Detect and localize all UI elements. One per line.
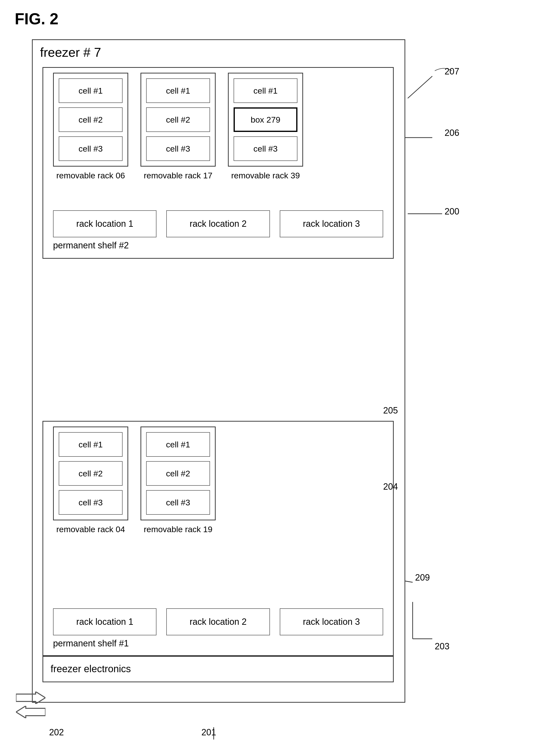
ref-202-label: 202: [49, 727, 64, 738]
freezer-label: freezer # 7: [40, 45, 101, 60]
ref-209-label: 209: [415, 573, 430, 583]
shelf2-name: permanent shelf #2: [53, 240, 383, 251]
shelf1-name: permanent shelf #1: [53, 638, 383, 649]
shelf1-rack-location-1: rack location 1: [53, 608, 157, 635]
shelf2-locations: rack location 1 rack location 2 rack loc…: [53, 210, 383, 251]
shelf1-locations-inner: rack location 1 rack location 2 rack loc…: [53, 608, 383, 635]
rack-39-label: removable rack 39: [231, 170, 300, 181]
figure-title: FIG. 2: [15, 10, 58, 28]
shelf2-rack-location-3: rack location 3: [280, 210, 383, 237]
shelf2-rack-location-2: rack location 2: [166, 210, 270, 237]
rack-19-cell-3: cell #3: [146, 490, 210, 515]
rack-39-cells: cell #1 box 279 cell #3: [228, 73, 303, 166]
rack-39-cell-box279: box 279: [234, 107, 297, 132]
ref-200-label: 200: [444, 206, 459, 217]
shelf1-rack-location-3: rack location 3: [280, 608, 383, 635]
rack-17-cell-1: cell #1: [146, 78, 210, 103]
shelf2-rack-location-1: rack location 1: [53, 210, 157, 237]
rack-06-cell-3: cell #3: [59, 136, 123, 161]
shelf2-locations-inner: rack location 1 rack location 2 rack loc…: [53, 210, 383, 237]
shelf1-rack-location-2: rack location 2: [166, 608, 270, 635]
ref-201-label: 201: [201, 727, 216, 738]
rack-06-cells: cell #1 cell #2 cell #3: [53, 73, 128, 166]
rack-17-cells: cell #1 cell #2 cell #3: [140, 73, 216, 166]
ref-204-label: 204: [383, 481, 398, 492]
rack-04-cell-1: cell #1: [59, 432, 123, 457]
rack-06-cell-1: cell #1: [59, 78, 123, 103]
electronics-label: freezer electronics: [51, 663, 131, 674]
rack-04-cell-3: cell #3: [59, 490, 123, 515]
electronics-arrows: [16, 692, 45, 718]
shelf2-container: cell #1 cell #2 cell #3 removable rack 0…: [42, 67, 394, 259]
rack-06: cell #1 cell #2 cell #3 removable rack 0…: [53, 73, 128, 181]
rack-17-cell-2: cell #2: [146, 107, 210, 132]
rack-39-cell-1: cell #1: [234, 78, 297, 103]
rack-39-cell-3: cell #3: [234, 136, 297, 161]
shelf1-racks-row: cell #1 cell #2 cell #3 removable rack 0…: [53, 426, 216, 535]
shelf1-container: cell #1 cell #2 cell #3 removable rack 0…: [42, 421, 394, 657]
rack-19-cells: cell #1 cell #2 cell #3: [140, 426, 216, 520]
ref-207-label: 207: [444, 66, 459, 77]
rack-06-cell-2: cell #2: [59, 107, 123, 132]
rack-19: cell #1 cell #2 cell #3 removable rack 1…: [140, 426, 216, 535]
rack-19-cell-1: cell #1: [146, 432, 210, 457]
shelf1-locations: rack location 1 rack location 2 rack loc…: [53, 608, 383, 649]
svg-line-0: [408, 76, 432, 98]
ref-205-label: 205: [383, 405, 398, 416]
svg-marker-9: [16, 692, 45, 704]
rack-39: cell #1 box 279 cell #3 removable rack 3…: [228, 73, 303, 181]
freezer-container: freezer # 7 cell #1 cell #2 cell #3 remo…: [32, 39, 405, 703]
electronics-container: freezer electronics: [42, 655, 394, 682]
svg-marker-10: [16, 706, 45, 718]
rack-19-cell-2: cell #2: [146, 461, 210, 486]
shelf2-racks-row: cell #1 cell #2 cell #3 removable rack 0…: [53, 73, 303, 181]
rack-04: cell #1 cell #2 cell #3 removable rack 0…: [53, 426, 128, 535]
rack-04-cell-2: cell #2: [59, 461, 123, 486]
ref-206-label: 206: [444, 128, 459, 138]
rack-17-cell-3: cell #3: [146, 136, 210, 161]
rack-19-label: removable rack 19: [144, 524, 213, 535]
ref-203-label: 203: [435, 641, 449, 652]
rack-17-label: removable rack 17: [144, 170, 213, 181]
rack-04-cells: cell #1 cell #2 cell #3: [53, 426, 128, 520]
rack-17: cell #1 cell #2 cell #3 removable rack 1…: [140, 73, 216, 181]
rack-04-label: removable rack 04: [56, 524, 125, 535]
rack-06-label: removable rack 06: [56, 170, 125, 181]
